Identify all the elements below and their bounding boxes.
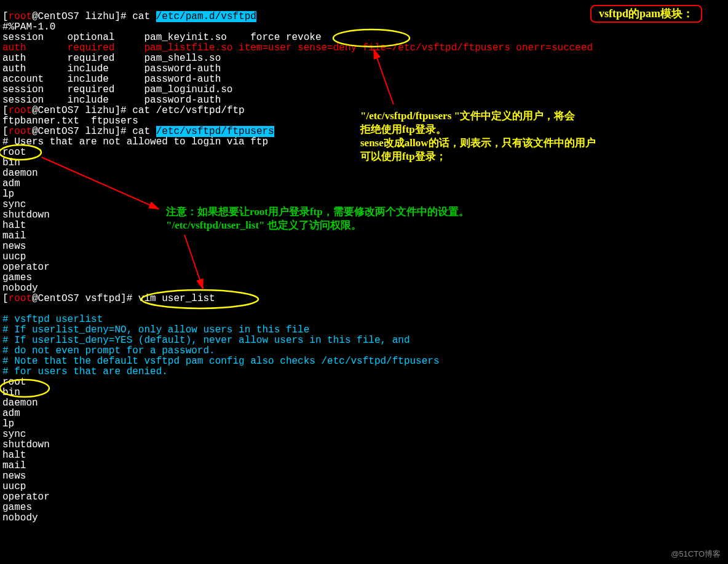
user-entry: bin bbox=[2, 157, 20, 168]
user-entry: shutdown bbox=[2, 210, 50, 221]
user-entry: games bbox=[2, 502, 32, 513]
annotation-note-2: 注意：如果想要让root用户登录ftp，需要修改两个文件中的设置。 "/etc/… bbox=[166, 205, 596, 232]
user-entry: uucp bbox=[2, 481, 26, 492]
pam-line: session optional pam_keyinit.so force re… bbox=[2, 32, 321, 43]
user-entry: daemon bbox=[2, 398, 38, 409]
user-entry: shutdown bbox=[2, 439, 50, 450]
path-ftpusers: /etc/vsftpd/ftpusers bbox=[156, 126, 274, 137]
prompt-line: [root@CentOS7 lizhu]# cat /etc/vsftpd/ft… bbox=[2, 105, 245, 116]
path-pamd: /etc/pam.d/vsftpd bbox=[156, 11, 256, 22]
prompt-line: [root@CentOS7 lizhu]# cat /etc/pam.d/vsf… bbox=[2, 11, 256, 22]
user-entry: lp bbox=[2, 189, 14, 200]
pam-line: session include password-auth bbox=[2, 95, 221, 106]
annotation-note-1: "/etc/vsftpd/ftpusers "文件中定义的用户，将会 拒绝使用f… bbox=[360, 109, 717, 163]
user-entry: nobody bbox=[2, 512, 38, 523]
ls-output: ftpbanner.txt ftpusers bbox=[2, 116, 138, 127]
user-entry: nobody bbox=[2, 283, 38, 294]
pam-line: auth include password-auth bbox=[2, 63, 221, 74]
path-userlist: user_list bbox=[162, 293, 215, 304]
userlist-comment: # for users that are denied. bbox=[2, 366, 168, 377]
pam-line: auth required pam_shells.so bbox=[2, 53, 221, 64]
watermark: @51CTO博客 bbox=[671, 549, 721, 559]
pam-line-auth-listfile: auth required pam_listfile.so item=user … bbox=[2, 42, 593, 53]
user-entry: root bbox=[2, 147, 26, 158]
terminal[interactable]: [root@CentOS7 lizhu]# cat /etc/pam.d/vsf… bbox=[0, 0, 728, 525]
blank-line bbox=[2, 304, 9, 315]
user-entry: operator bbox=[2, 492, 50, 503]
userlist-comment: # If userlist_deny=NO, only allow users … bbox=[2, 324, 309, 335]
userlist-comment: # vsftpd userlist bbox=[2, 314, 103, 325]
userlist-comment: # do not even prompt for a password. bbox=[2, 345, 215, 356]
userlist-comment: # If userlist_deny=YES (default), never … bbox=[2, 335, 410, 346]
user-entry: adm bbox=[2, 408, 20, 419]
user-entry: halt bbox=[2, 220, 26, 231]
user-entry: games bbox=[2, 272, 32, 283]
user-entry: adm bbox=[2, 178, 20, 189]
user-entry: sync bbox=[2, 429, 26, 440]
user-entry: bin bbox=[2, 387, 20, 398]
user-entry: halt bbox=[2, 450, 26, 461]
user-entry: operator bbox=[2, 262, 50, 273]
pam-line: session required pam_loginuid.so bbox=[2, 84, 232, 95]
user-entry: root bbox=[2, 377, 26, 388]
ftpusers-comment: # Users that are not allowed to login vi… bbox=[2, 136, 268, 147]
annotation-title-box: vsftpd的pam模块： bbox=[590, 5, 702, 23]
user-entry: sync bbox=[2, 199, 26, 210]
user-entry: news bbox=[2, 471, 26, 482]
user-entry: news bbox=[2, 241, 26, 252]
user-entry: mail bbox=[2, 460, 26, 471]
prompt-line: [root@CentOS7 lizhu]# cat /etc/vsftpd/ft… bbox=[2, 126, 274, 137]
user-entry: lp bbox=[2, 418, 14, 429]
userlist-comment: # Note that the default vsftpd pam confi… bbox=[2, 356, 440, 367]
user-entry: uucp bbox=[2, 251, 26, 262]
pam-header: #%PAM-1.0 bbox=[2, 22, 55, 33]
pam-line: account include password-auth bbox=[2, 74, 221, 85]
prompt-line: [root@CentOS7 vsftpd]# vim user_list bbox=[2, 293, 215, 304]
user-entry: mail bbox=[2, 230, 26, 241]
user-entry: daemon bbox=[2, 168, 38, 179]
